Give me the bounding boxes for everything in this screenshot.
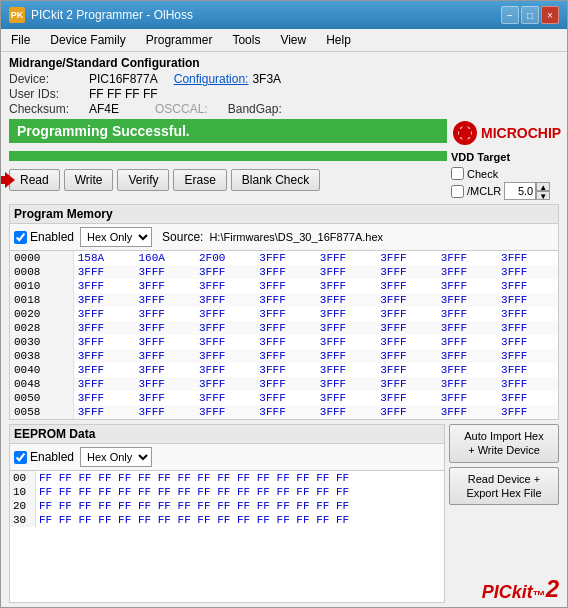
table-row: 00303FFF3FFF3FFF3FFF3FFF3FFF3FFF3FFF [10, 335, 558, 349]
vdd-input[interactable] [504, 182, 536, 200]
action-buttons-row: Read Write Verify Erase Blank Check [9, 169, 447, 191]
mem-value: 3FFF [376, 335, 436, 349]
osccal-label: OSCCAL: [155, 102, 208, 116]
mem-value: 3FFF [135, 391, 195, 405]
table-row: 00183FFF3FFF3FFF3FFF3FFF3FFF3FFF3FFF [10, 293, 558, 307]
mem-address: 0020 [10, 307, 73, 321]
table-row: 00503FFF3FFF3FFF3FFF3FFF3FFF3FFF3FFF [10, 391, 558, 405]
table-row: 00103FFF3FFF3FFF3FFF3FFF3FFF3FFF3FFF [10, 279, 558, 293]
menu-programmer[interactable]: Programmer [140, 31, 219, 49]
mem-value: 3FFF [497, 321, 557, 335]
userid-row: User IDs: FF FF FF FF [9, 87, 559, 101]
mem-value: 3FFF [73, 279, 134, 293]
eeprom-lower: EEPROM Data Enabled Hex Only Intel Hex B… [9, 424, 559, 603]
pm-format-select[interactable]: Hex Only Intel Hex Binary [80, 227, 152, 247]
eeprom-address: 00 [10, 471, 35, 485]
arrow-head [5, 172, 15, 188]
mem-value: 3FFF [437, 377, 497, 391]
write-button[interactable]: Write [64, 169, 114, 191]
config-section: Midrange/Standard Configuration Device: … [9, 56, 559, 117]
menu-device-family[interactable]: Device Family [44, 31, 131, 49]
mem-address: 0048 [10, 377, 73, 391]
vdd-label: VDD Target [451, 151, 510, 163]
microchip-logo: MICROCHIP [451, 119, 561, 147]
maximize-button[interactable]: □ [521, 6, 539, 24]
mem-value: 3FFF [135, 377, 195, 391]
eeprom-enabled-checkbox[interactable] [14, 451, 27, 464]
mem-value: 3FFF [135, 335, 195, 349]
menu-view[interactable]: View [274, 31, 312, 49]
menu-file[interactable]: File [5, 31, 36, 49]
eeprom-table: 00FF FF FF FF FF FF FF FF FF FF FF FF FF… [10, 471, 444, 527]
mclr-label: /MCLR [467, 185, 501, 197]
close-button[interactable]: × [541, 6, 559, 24]
mem-value: 3FFF [195, 321, 255, 335]
microchip-text: MICROCHIP [481, 125, 561, 141]
mem-value: 3FFF [73, 293, 134, 307]
auto-import-button[interactable]: Auto Import Hex + Write Device [449, 424, 559, 463]
mem-value: 3FFF [376, 251, 436, 265]
mem-value: 3FFF [316, 335, 376, 349]
mem-value: 3FFF [376, 391, 436, 405]
pickit-logo: PICkit [482, 582, 533, 603]
eeprom-controls: Enabled Hex Only Intel Hex Binary [9, 443, 445, 470]
mem-value: 3FFF [73, 363, 134, 377]
title-bar-left: PK PICkit 2 Programmer - OlHoss [9, 7, 193, 23]
mem-value: 3FFF [73, 377, 134, 391]
mclr-checkbox[interactable] [451, 185, 464, 198]
check-checkbox[interactable] [451, 167, 464, 180]
pm-source-path: H:\Firmwares\DS_30_16F877A.hex [209, 231, 383, 243]
menu-tools[interactable]: Tools [226, 31, 266, 49]
mem-value: 3FFF [437, 293, 497, 307]
mem-value: 3FFF [497, 279, 557, 293]
pickit-logo-area: PICkit ™ 2 [449, 575, 559, 603]
config-link[interactable]: Configuration: [174, 72, 249, 86]
mem-value: 3FFF [376, 405, 436, 419]
mem-value: 3FFF [316, 307, 376, 321]
mem-value: 3FFF [135, 349, 195, 363]
menu-help[interactable]: Help [320, 31, 357, 49]
erase-button[interactable]: Erase [173, 169, 226, 191]
spinner-down[interactable]: ▼ [536, 191, 550, 200]
table-row: 00583FFF3FFF3FFF3FFF3FFF3FFF3FFF3FFF [10, 405, 558, 419]
read-button[interactable]: Read [9, 169, 60, 191]
mem-value: 3FFF [437, 251, 497, 265]
mem-value: 3FFF [316, 391, 376, 405]
mem-value: 3FFF [497, 349, 557, 363]
arrow-indicator [1, 172, 15, 188]
eeprom-format-select[interactable]: Hex Only Intel Hex Binary [80, 447, 152, 467]
mem-value: 3FFF [316, 363, 376, 377]
mem-value: 3FFF [437, 391, 497, 405]
table-row: 10FF FF FF FF FF FF FF FF FF FF FF FF FF… [10, 485, 444, 499]
pm-enabled-text: Enabled [30, 230, 74, 244]
check-row: Check [451, 167, 498, 180]
blank-check-button[interactable]: Blank Check [231, 169, 320, 191]
read-export-button[interactable]: Read Device + Export Hex File [449, 467, 559, 506]
mem-value: 3FFF [195, 335, 255, 349]
title-buttons: − □ × [501, 6, 559, 24]
eeprom-values: FF FF FF FF FF FF FF FF FF FF FF FF FF F… [35, 499, 444, 513]
table-row: 00203FFF3FFF3FFF3FFF3FFF3FFF3FFF3FFF [10, 307, 558, 321]
pm-enabled-label: Enabled [14, 230, 74, 244]
mem-value: 3FFF [255, 265, 315, 279]
program-memory-table-container: 0000158A160A2F003FFF3FFF3FFF3FFF3FFF0008… [9, 250, 559, 420]
minimize-button[interactable]: − [501, 6, 519, 24]
mem-value: 3FFF [135, 321, 195, 335]
mem-value: 3FFF [376, 293, 436, 307]
table-row: 00083FFF3FFF3FFF3FFF3FFF3FFF3FFF3FFF [10, 265, 558, 279]
mem-value: 3FFF [255, 335, 315, 349]
mem-value: 3FFF [195, 293, 255, 307]
mem-value: 3FFF [195, 363, 255, 377]
pm-enabled-checkbox[interactable] [14, 231, 27, 244]
table-row: 00283FFF3FFF3FFF3FFF3FFF3FFF3FFF3FFF [10, 321, 558, 335]
verify-button[interactable]: Verify [117, 169, 169, 191]
eeprom-table-container: 00FF FF FF FF FF FF FF FF FF FF FF FF FF… [9, 470, 445, 603]
mem-address: 0000 [10, 251, 73, 265]
device-value: PIC16F877A [89, 72, 158, 86]
mem-value: 3FFF [497, 363, 557, 377]
mem-value: 3FFF [195, 377, 255, 391]
mem-address: 0050 [10, 391, 73, 405]
mem-address: 0030 [10, 335, 73, 349]
spinner-up[interactable]: ▲ [536, 182, 550, 191]
mem-value: 3FFF [316, 377, 376, 391]
